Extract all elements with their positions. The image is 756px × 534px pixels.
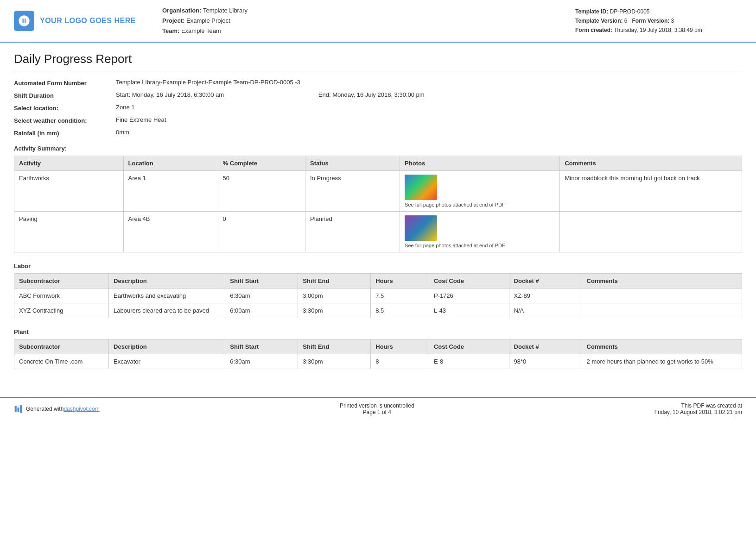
footer-center: Printed version is uncontrolledPage 1 of…: [340, 402, 414, 415]
activity-cell-photos: See full page photos attached at end of …: [400, 171, 560, 212]
labor-col-end: Shift End: [298, 274, 371, 289]
labor-cell-docket: N/A: [509, 303, 582, 318]
labor-cell-sub: ABC Formwork: [14, 289, 109, 303]
header-team: Team: Example Team: [162, 26, 566, 36]
labor-cell-end: 3:00pm: [298, 289, 371, 303]
labor-col-comments: Comments: [582, 274, 742, 289]
activity-header-row: Activity Location % Complete Status Phot…: [14, 156, 742, 171]
activity-cell-status: Planned: [305, 212, 400, 252]
shift-duration-label: Shift Duration: [14, 91, 116, 99]
activity-table-body: Earthworks Area 1 50 In Progress See ful…: [14, 171, 742, 252]
labor-table-body: ABC Formwork Earthworks and excavating 6…: [14, 289, 742, 318]
shift-start: Start: Monday, 16 July 2018, 6:30:00 am: [116, 91, 224, 98]
form-created-value: Thursday, 19 July 2018, 3:38:49 pm: [614, 27, 702, 33]
labor-cell-end: 3:30pm: [298, 303, 371, 318]
col-photos: Photos: [400, 156, 560, 171]
activity-row: Paving Area 4B 0 Planned See full page p…: [14, 212, 742, 252]
plant-cell-cost: E-8: [429, 354, 509, 369]
plant-col-cost: Cost Code: [429, 339, 509, 354]
weather-value: Fine Extreme Heat: [116, 116, 742, 124]
logo-area: YOUR LOGO GOES HERE: [14, 11, 153, 31]
labor-cell-start: 6:00am: [225, 303, 298, 318]
col-location: Location: [123, 156, 218, 171]
labor-col-cost: Cost Code: [429, 274, 509, 289]
labor-cell-desc: Earthworks and excavating: [109, 289, 225, 303]
activity-table-header: Activity Location % Complete Status Phot…: [14, 156, 742, 171]
labor-cell-hours: 8.5: [371, 303, 429, 318]
labor-col-sub: Subcontractor: [14, 274, 109, 289]
footer-right-text: This PDF was created atFriday, 10 August…: [654, 402, 742, 415]
plant-cell-end: 3:30pm: [298, 354, 371, 369]
labor-row: XYZ Contracting Labourers cleared area t…: [14, 303, 742, 318]
col-comments: Comments: [560, 156, 742, 171]
automated-form-label: Automated Form Number: [14, 79, 116, 87]
labor-col-docket: Docket #: [509, 274, 582, 289]
main-content: Daily Progress Report Automated Form Num…: [0, 43, 756, 388]
team-value: Example Team: [181, 27, 221, 34]
labor-cell-start: 6:30am: [225, 289, 298, 303]
plant-cell-hours: 8: [371, 354, 429, 369]
template-version-label: Template Version:: [575, 18, 623, 24]
svg-rect-2: [20, 405, 22, 413]
col-percent: % Complete: [218, 156, 305, 171]
plant-section: Plant Subcontractor Description Shift St…: [14, 328, 742, 369]
header-project: Project: Example Project: [162, 16, 566, 26]
labor-col-desc: Description: [109, 274, 225, 289]
plant-table-header: Subcontractor Description Shift Start Sh…: [14, 339, 742, 354]
plant-cell-comments: 2 more hours than planned to get works t…: [582, 354, 742, 369]
labor-cell-cost: P-1726: [429, 289, 509, 303]
labor-col-start: Shift Start: [225, 274, 298, 289]
rainfall-label: Rainfall (in mm): [14, 129, 116, 137]
plant-cell-desc: Excavator: [109, 354, 225, 369]
labor-cell-sub: XYZ Contracting: [14, 303, 109, 318]
org-value: Template Library: [203, 7, 248, 14]
activity-cell-comments: [560, 212, 742, 252]
form-created-label: Form created:: [575, 27, 612, 33]
logo-icon: [14, 11, 34, 31]
template-version-row: Template Version: 6 Form Version: 3: [575, 16, 742, 25]
activity-cell-percent: 0: [218, 212, 305, 252]
template-id-row: Template ID: DP-PROD-0005: [575, 7, 742, 16]
labor-cell-comments: [582, 303, 742, 318]
footer-link[interactable]: dashpivot.com: [64, 406, 99, 412]
activity-summary-title: Activity Summary:: [14, 145, 742, 152]
logo-svg: [18, 14, 31, 27]
photo-thumbnail: [405, 175, 437, 200]
shift-duration-row: Shift Duration Start: Monday, 16 July 20…: [14, 91, 742, 99]
labor-cell-cost: L-43: [429, 303, 509, 318]
header-right: Template ID: DP-PROD-0005 Template Versi…: [575, 7, 742, 35]
template-id-value: DP-PROD-0005: [610, 8, 649, 15]
col-status: Status: [305, 156, 400, 171]
location-row: Select location: Zone 1: [14, 104, 742, 112]
page-footer: Generated with dashpivot.com Printed ver…: [0, 397, 756, 420]
footer-left: Generated with dashpivot.com: [14, 404, 100, 414]
svg-rect-1: [18, 408, 19, 412]
plant-table-body: Concrete On Time .com Excavator 6:30am 3…: [14, 354, 742, 369]
template-version-value: 6: [624, 18, 628, 24]
plant-col-docket: Docket #: [509, 339, 582, 354]
labor-cell-hours: 7.5: [371, 289, 429, 303]
activity-cell-photos: See full page photos attached at end of …: [400, 212, 560, 252]
org-label: Organisation:: [162, 7, 202, 14]
weather-label: Select weather condition:: [14, 116, 116, 124]
project-label: Project:: [162, 17, 184, 24]
labor-row: ABC Formwork Earthworks and excavating 6…: [14, 289, 742, 303]
activity-cell-percent: 50: [218, 171, 305, 212]
form-version-label: Form Version:: [632, 18, 670, 24]
automated-form-row: Automated Form Number Template Library-E…: [14, 79, 742, 87]
report-title: Daily Progress Report: [14, 52, 742, 71]
form-created-row: Form created: Thursday, 19 July 2018, 3:…: [575, 25, 742, 35]
page-header: YOUR LOGO GOES HERE Organisation: Templa…: [0, 0, 756, 43]
photo-note: See full page photos attached at end of …: [405, 202, 555, 207]
footer-logo-icon: [14, 404, 23, 414]
template-id-label: Template ID:: [575, 8, 608, 15]
labor-cell-docket: XZ-89: [509, 289, 582, 303]
project-value: Example Project: [186, 17, 230, 24]
labor-table-header: Subcontractor Description Shift Start Sh…: [14, 274, 742, 289]
rainfall-row: Rainfall (in mm) 0mm: [14, 129, 742, 137]
plant-row: Concrete On Time .com Excavator 6:30am 3…: [14, 354, 742, 369]
labor-header-row: Subcontractor Description Shift Start Sh…: [14, 274, 742, 289]
shift-duration-value: Start: Monday, 16 July 2018, 6:30:00 am …: [116, 91, 742, 99]
activity-row: Earthworks Area 1 50 In Progress See ful…: [14, 171, 742, 212]
labor-cell-comments: [582, 289, 742, 303]
